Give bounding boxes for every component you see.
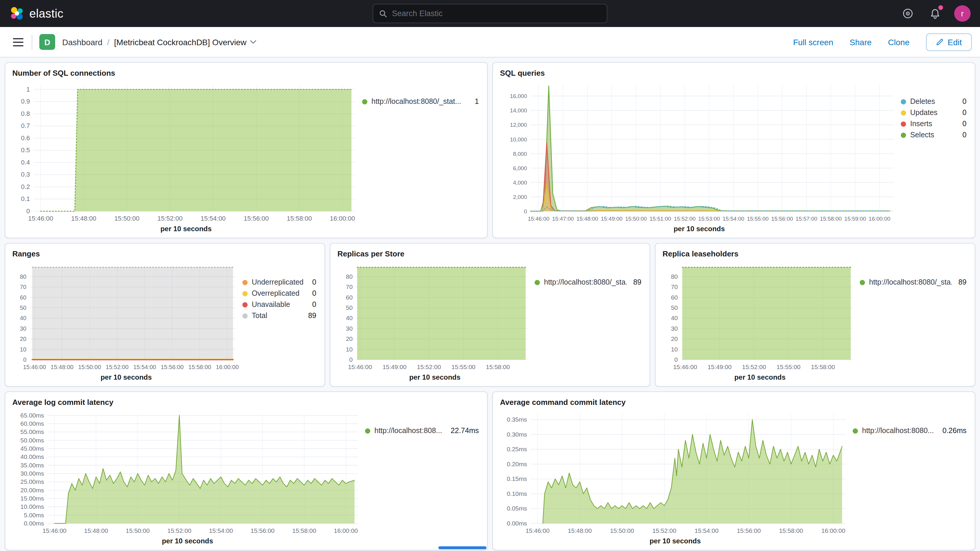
svg-text:15:46:00: 15:46:00	[673, 363, 697, 370]
legend-item[interactable]: Inserts0	[901, 120, 967, 128]
user-avatar[interactable]: r	[954, 5, 970, 22]
svg-text:15:50:00: 15:50:00	[625, 216, 647, 222]
svg-text:40: 40	[671, 315, 678, 321]
full-screen-button[interactable]: Full screen	[793, 37, 833, 47]
x-axis-label: per 10 seconds	[498, 224, 901, 234]
svg-text:30: 30	[20, 325, 26, 332]
svg-text:40: 40	[346, 315, 353, 321]
legend-item[interactable]: Overreplicated0	[242, 289, 316, 298]
ranges-chart[interactable]: 0102030405060708015:46:0015:48:0015:50:0…	[10, 261, 242, 373]
horizontal-scrollbar-thumb[interactable]	[438, 546, 487, 549]
svg-text:10.00ms: 10.00ms	[20, 503, 44, 510]
panel-title[interactable]: Ranges	[10, 248, 320, 261]
svg-text:15:52:00: 15:52:00	[417, 363, 441, 370]
share-button[interactable]: Share	[850, 37, 872, 47]
legend-label: http://localhost:808...	[374, 427, 444, 435]
legend-item[interactable]: Selects0	[901, 131, 967, 139]
toolbar-actions: Full screen Share Clone Edit	[793, 33, 972, 51]
replica-leaseholders-chart[interactable]: 0102030405060708015:46:0015:49:0015:52:0…	[660, 261, 860, 373]
panel-title[interactable]: Replicas per Store	[335, 248, 645, 261]
legend-item[interactable]: http://localhost:8080/_sta...89	[535, 278, 641, 287]
svg-text:0.35ms: 0.35ms	[507, 416, 527, 423]
legend-color-dot	[901, 121, 906, 126]
chart-legend: http://localhost:8080/_stat...1	[362, 80, 482, 234]
legend-value: 89	[631, 278, 641, 287]
log-commit-latency-chart[interactable]: 0.00ms5.00ms10.00ms15.00ms20.00ms25.00ms…	[10, 409, 365, 536]
elastic-brand[interactable]: elastic	[10, 6, 64, 21]
elastic-logo-icon	[10, 6, 25, 21]
legend-item[interactable]: Deletes0	[901, 97, 967, 106]
legend-color-dot	[242, 291, 248, 296]
svg-text:0.6: 0.6	[21, 134, 30, 142]
legend-color-dot	[535, 280, 540, 285]
legend-color-dot	[242, 302, 248, 307]
svg-text:15:49:00: 15:49:00	[708, 363, 732, 370]
svg-text:0.05ms: 0.05ms	[507, 505, 527, 512]
chart-legend: http://localhost:8080/_sta...89	[860, 261, 970, 382]
svg-text:70: 70	[20, 284, 26, 290]
svg-text:15:58:00: 15:58:00	[486, 363, 510, 370]
svg-text:50: 50	[20, 304, 26, 311]
svg-text:55.00ms: 55.00ms	[20, 428, 44, 435]
legend-item[interactable]: http://localhost:8080/_stat...1	[362, 97, 479, 106]
svg-text:15:49:00: 15:49:00	[383, 363, 407, 370]
breadcrumb-dashboard-link[interactable]: Dashboard	[62, 37, 102, 47]
dashboard-title[interactable]: [Metricbeat CockroachDB] Overview	[114, 37, 256, 47]
legend-item[interactable]: Unavailable0	[242, 301, 316, 309]
svg-text:15:50:00: 15:50:00	[126, 527, 150, 534]
legend-color-dot	[853, 428, 858, 433]
dashboard-app-badge[interactable]: D	[39, 34, 55, 50]
chart-legend: Underreplicated0Overreplicated0Unavailab…	[242, 261, 320, 382]
replicas-per-store-chart[interactable]: 0102030405060708015:46:0015:49:0015:52:0…	[335, 261, 535, 373]
svg-text:10: 10	[20, 346, 26, 353]
search-input[interactable]	[392, 9, 601, 18]
svg-text:15:48:00: 15:48:00	[84, 527, 108, 534]
legend-color-dot	[860, 280, 865, 285]
svg-text:20.00ms: 20.00ms	[20, 487, 44, 494]
svg-text:15:54:00: 15:54:00	[133, 364, 156, 370]
legend-color-dot	[362, 99, 368, 104]
legend-item[interactable]: Underreplicated0	[242, 278, 316, 287]
chart-legend: http://localhost:8080...0.26ms	[853, 409, 970, 546]
svg-text:0.7: 0.7	[21, 122, 30, 129]
panel-title[interactable]: Replica leaseholders	[660, 248, 970, 261]
sql-connections-chart[interactable]: 00.10.20.30.40.50.60.70.80.9115:46:0015:…	[10, 80, 362, 224]
help-icon	[902, 8, 914, 19]
panel-title[interactable]: Average command commit latency	[498, 397, 970, 409]
legend-item[interactable]: http://localhost:808...22.74ms	[365, 427, 479, 435]
edit-button[interactable]: Edit	[926, 33, 972, 51]
svg-text:10: 10	[346, 346, 353, 353]
svg-text:8,000: 8,000	[513, 151, 527, 157]
x-axis-label: per 10 seconds	[10, 224, 362, 234]
svg-text:50.00ms: 50.00ms	[20, 437, 44, 444]
legend-item[interactable]: Total89	[242, 312, 316, 320]
svg-text:16,000: 16,000	[510, 93, 527, 99]
svg-text:0: 0	[524, 208, 527, 215]
legend-label: Total	[252, 312, 302, 320]
svg-text:0.15ms: 0.15ms	[507, 475, 527, 482]
svg-text:0.30ms: 0.30ms	[507, 431, 527, 438]
clone-button[interactable]: Clone	[888, 37, 910, 47]
legend-item[interactable]: Updates0	[901, 108, 967, 117]
svg-text:15:52:00: 15:52:00	[158, 215, 183, 222]
sql-queries-chart[interactable]: 02,0004,0006,0008,00010,00012,00014,0001…	[498, 80, 901, 224]
svg-text:15:58:00: 15:58:00	[287, 215, 312, 222]
panel-title[interactable]: Average log commit latency	[10, 397, 482, 409]
search-box[interactable]	[372, 4, 608, 23]
legend-color-dot	[242, 280, 248, 285]
menu-button[interactable]	[8, 32, 28, 52]
legend-item[interactable]: http://localhost:8080...0.26ms	[853, 427, 967, 435]
svg-text:15:52:00: 15:52:00	[742, 363, 766, 370]
panel-replicas-per-store: Replicas per Store 0102030405060708015:4…	[330, 243, 650, 387]
legend-item[interactable]: http://localhost:8080/_sta...89	[860, 278, 967, 287]
command-commit-latency-chart[interactable]: 0.00ms0.05ms0.10ms0.15ms0.20ms0.25ms0.30…	[498, 409, 853, 536]
svg-text:1: 1	[26, 86, 30, 93]
x-axis-label: per 10 seconds	[10, 536, 365, 546]
svg-text:15:47:00: 15:47:00	[552, 216, 574, 222]
help-button[interactable]	[900, 6, 915, 21]
panel-title[interactable]: Number of SQL connections	[10, 67, 482, 80]
notifications-button[interactable]	[927, 6, 942, 21]
chevron-down-icon	[250, 40, 256, 44]
legend-label: Selects	[910, 131, 956, 139]
panel-title[interactable]: SQL queries	[498, 67, 970, 80]
